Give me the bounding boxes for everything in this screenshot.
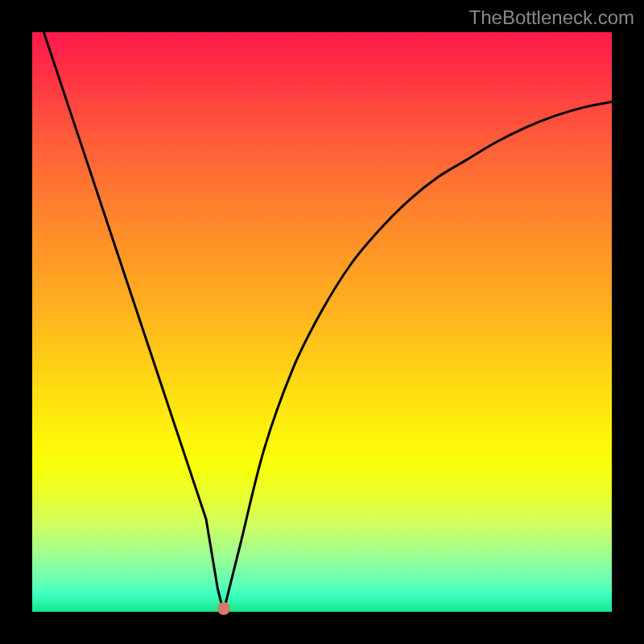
bottleneck-curve	[43, 32, 612, 612]
chart-container: TheBottleneck.com	[0, 0, 644, 644]
watermark-text: TheBottleneck.com	[469, 6, 634, 29]
curve-svg	[32, 32, 612, 612]
plot-area	[32, 32, 612, 612]
optimal-point-marker	[217, 602, 230, 615]
